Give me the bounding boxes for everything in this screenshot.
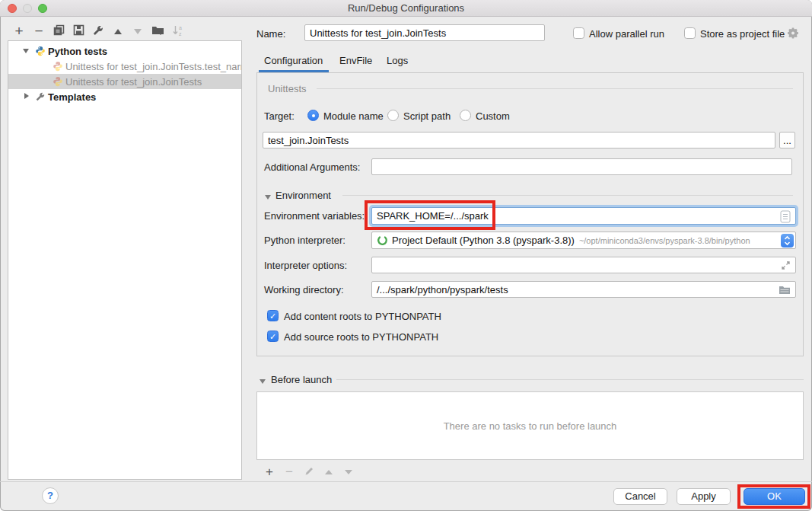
additional-arguments-input[interactable] — [371, 158, 792, 175]
add-configuration-button[interactable]: + — [9, 23, 29, 40]
edit-templates-button[interactable] — [88, 23, 108, 40]
add-source-roots-label: Add source roots to PYTHONPATH — [284, 331, 438, 343]
pencil-icon — [304, 466, 314, 478]
environment-separator — [342, 195, 793, 196]
dropdown-stepper-icon[interactable] — [781, 234, 794, 248]
zoom-window-button[interactable] — [38, 4, 47, 13]
before-launch-title: Before launch — [271, 374, 332, 385]
store-as-project-file-checkbox[interactable] — [684, 27, 696, 39]
radio-custom[interactable] — [460, 110, 471, 121]
name-value: Unittests for test_join.JoinTests — [310, 27, 446, 39]
move-task-down-button[interactable] — [339, 465, 358, 479]
tab-logs[interactable]: Logs — [387, 55, 408, 66]
radio-custom-label[interactable]: Custom — [476, 110, 510, 122]
configurations-tree: Python tests Unittests for test_join.Joi… — [8, 40, 242, 480]
before-launch-task-list: There are no tasks to run before launch — [256, 391, 804, 460]
arrow-up-icon — [114, 29, 122, 34]
tree-item-templates[interactable]: Templates — [8, 89, 241, 104]
collapse-before-launch-icon[interactable] — [260, 379, 266, 384]
radio-script-path[interactable] — [387, 110, 399, 121]
cancel-button[interactable]: Cancel — [613, 488, 667, 505]
allow-parallel-run-checkbox[interactable] — [573, 27, 584, 39]
tree-item-test-narrow[interactable]: Unittests for test_join.JoinTests.test_n… — [8, 59, 241, 74]
save-configuration-button[interactable] — [68, 23, 88, 40]
tab-configuration[interactable]: Configuration — [264, 55, 323, 66]
remove-task-button[interactable]: − — [279, 465, 299, 479]
unittests-group-title: Unittests — [268, 83, 307, 94]
group-separator — [317, 88, 793, 89]
module-name-input[interactable]: test_join.JoinTests — [263, 132, 775, 149]
environment-variables-value: SPARK_HOME=/.../spark — [377, 210, 489, 222]
radio-module-name[interactable] — [307, 110, 319, 121]
tree-item-label: Unittests for test_join.JoinTests.test_n… — [65, 61, 242, 72]
add-content-roots-checkbox[interactable]: ✓ — [267, 310, 279, 321]
plus-icon: + — [14, 24, 23, 38]
wrench-icon — [92, 24, 104, 39]
allow-parallel-run-label: Allow parallel run — [589, 28, 664, 40]
python-icon — [35, 46, 46, 59]
radio-script-path-label[interactable]: Script path — [403, 110, 451, 122]
python-interpreter-value: Project Default (Python 3.8 (pyspark-3.8… — [392, 235, 575, 246]
add-content-roots-label: Add content roots to PYTHONPATH — [284, 311, 441, 322]
apply-button[interactable]: Apply — [677, 488, 731, 505]
save-icon — [73, 24, 84, 38]
arrow-up-icon — [325, 470, 333, 474]
ok-button[interactable]: OK — [744, 488, 805, 505]
folder-icon[interactable] — [779, 286, 791, 297]
collapse-arrow-icon[interactable] — [23, 49, 29, 53]
copy-icon — [53, 24, 65, 38]
tab-envfile[interactable]: EnvFile — [339, 55, 372, 66]
move-task-up-button[interactable] — [319, 465, 339, 479]
expand-field-icon[interactable] — [781, 260, 791, 273]
python-interpreter-select[interactable]: Project Default (Python 3.8 (pyspark-3.8… — [371, 232, 796, 249]
python-icon — [53, 61, 63, 74]
tree-item-jointests-selected[interactable]: Unittests for test_join.JoinTests — [8, 74, 241, 89]
create-folder-button[interactable] — [148, 23, 167, 40]
arrow-down-icon — [345, 470, 352, 474]
remove-configuration-button[interactable]: − — [29, 23, 49, 40]
help-button[interactable]: ? — [42, 487, 59, 504]
plus-icon: + — [266, 465, 273, 479]
name-label: Name: — [256, 28, 285, 40]
python-interpreter-label: Python interpreter: — [264, 235, 345, 246]
working-directory-input[interactable]: /.../spark/python/pyspark/tests — [371, 281, 796, 298]
titlebar: Run/Debug Configurations — [0, 0, 812, 17]
tree-item-python-tests[interactable]: Python tests — [8, 43, 241, 59]
move-down-button[interactable] — [128, 23, 148, 40]
new-folder-icon — [151, 24, 164, 38]
no-tasks-text: There are no tasks to run before launch — [444, 420, 617, 432]
wrench-icon — [35, 91, 46, 104]
minus-icon: − — [285, 465, 293, 479]
close-window-button[interactable] — [8, 4, 17, 13]
tree-item-label: Python tests — [48, 46, 107, 57]
question-mark-icon: ? — [47, 490, 53, 501]
tree-item-label: Unittests for test_join.JoinTests — [65, 76, 202, 88]
add-source-roots-checkbox[interactable]: ✓ — [267, 331, 279, 342]
add-task-button[interactable]: + — [260, 465, 279, 479]
radio-module-name-label[interactable]: Module name — [323, 110, 384, 122]
configuration-panel: Unittests Target: Module name Script pat… — [256, 72, 804, 356]
window-title: Run/Debug Configurations — [0, 0, 812, 16]
name-input[interactable]: Unittests for test_join.JoinTests — [304, 24, 545, 41]
copy-configuration-button[interactable] — [49, 23, 68, 40]
check-icon: ✓ — [269, 311, 276, 321]
additional-arguments-label: Additional Arguments: — [264, 161, 360, 173]
module-name-value: test_join.JoinTests — [268, 135, 349, 146]
minimize-window-button[interactable] — [23, 4, 32, 13]
interpreter-options-input[interactable] — [371, 257, 796, 273]
collapse-environment-icon[interactable] — [265, 195, 271, 200]
browse-module-button[interactable]: ... — [779, 132, 795, 149]
minus-icon: − — [34, 24, 43, 38]
check-icon: ✓ — [269, 332, 276, 341]
environment-variables-input[interactable]: SPARK_HOME=/.../spark — [371, 207, 796, 225]
configurations-toolbar: + − az — [9, 23, 187, 40]
store-as-project-file-label: Store as project file — [700, 28, 785, 40]
move-up-button[interactable] — [108, 23, 128, 40]
expand-arrow-icon[interactable] — [24, 93, 29, 99]
sort-configurations-button[interactable]: az — [167, 23, 187, 40]
edit-task-button[interactable] — [299, 465, 319, 479]
gear-icon[interactable] — [787, 27, 799, 41]
tree-item-label: Templates — [48, 91, 96, 103]
svg-text:z: z — [179, 31, 182, 37]
edit-variables-icon[interactable] — [780, 210, 791, 225]
